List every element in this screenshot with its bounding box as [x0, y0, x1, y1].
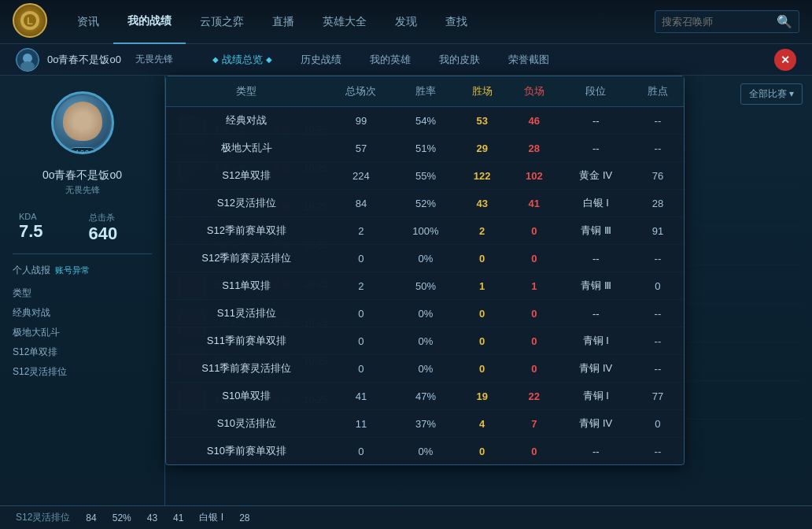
- personal-report-label: 个人战报: [13, 264, 50, 277]
- cell-losses: 7: [508, 410, 560, 438]
- bottom-wins: 43: [147, 512, 157, 523]
- kills-label: 总击杀: [89, 212, 146, 224]
- logo[interactable]: L: [13, 3, 50, 41]
- profile-name-tab: 0o青春不是饭o0: [47, 53, 121, 67]
- divider: [13, 253, 152, 254]
- table-row: S11灵活排位 0 0% 0 0 -- --: [166, 300, 684, 327]
- cell-type: S10单双排: [166, 383, 327, 410]
- top-nav: L 资讯 我的战绩 云顶之弈 直播 英雄大全 发现 查找 🔍: [0, 0, 812, 44]
- cell-total: 0: [327, 245, 396, 272]
- cell-rank: 白银 I: [560, 190, 632, 217]
- cell-type: S12季前赛单双排: [166, 217, 327, 245]
- cell-points: 28: [632, 190, 684, 217]
- cell-points: --: [632, 135, 684, 162]
- left-panel: 192 0o青春不是饭o0 无畏先锋 KDA 7.5 总击杀 640 个人战报 …: [0, 76, 165, 529]
- cell-type: 极地大乱斗: [166, 135, 327, 162]
- kda-stat: KDA 7.5: [19, 212, 76, 244]
- cell-type: S11季前赛单双排: [166, 327, 327, 355]
- tab-honor[interactable]: 荣誉截图: [496, 44, 562, 76]
- cell-rank: --: [560, 438, 632, 465]
- cell-type: S12季前赛灵活排位: [166, 245, 327, 272]
- table-row: 极地大乱斗 57 51% 29 28 -- --: [166, 135, 684, 162]
- table-row: S11单双排 2 50% 1 1 青铜 Ⅲ 0: [166, 272, 684, 300]
- kills-stat: 总击杀 640: [89, 212, 146, 244]
- table-row: S12灵活排位 84 52% 43 41 白银 I 28: [166, 190, 684, 217]
- cell-points: 77: [632, 383, 684, 410]
- nav-item-tft[interactable]: 云顶之弈: [186, 0, 258, 44]
- profile-rank-tab: 无畏先锋: [135, 53, 173, 66]
- type-list: 类型 经典对战 极地大乱斗 S12单双排 S12灵活排位: [13, 283, 152, 382]
- nav-search: 🔍: [655, 10, 799, 33]
- tab-skins[interactable]: 我的皮肤: [426, 44, 493, 76]
- cell-losses: 0: [508, 245, 560, 272]
- cell-rate: 100%: [395, 217, 456, 245]
- bottom-row: S12灵活排位 84 52% 43 41 白银 I 28: [0, 505, 812, 529]
- nav-item-news[interactable]: 资讯: [63, 0, 113, 44]
- search-input[interactable]: [662, 16, 772, 28]
- cell-wins: 1: [456, 272, 508, 300]
- cell-type: S11单双排: [166, 272, 327, 300]
- tabs-row: 0o青春不是饭o0 无畏先锋 战绩总览 历史战绩 我的英雄 我的皮肤 荣誉截图 …: [0, 44, 812, 76]
- cell-wins: 19: [456, 383, 508, 410]
- th-type: 类型: [166, 76, 327, 107]
- cell-rate: 51%: [395, 135, 456, 162]
- type-s12-solo[interactable]: S12单双排: [13, 342, 152, 362]
- filter-button[interactable]: 全部比赛 ▾: [740, 83, 803, 105]
- cell-wins: 0: [456, 355, 508, 383]
- th-losses: 负场: [508, 76, 560, 107]
- profile-avatar: 192: [51, 91, 114, 154]
- cell-rank: --: [560, 245, 632, 272]
- table-row: S12单双排 224 55% 122 102 黄金 IV 76: [166, 162, 684, 190]
- kills-value: 640: [89, 224, 146, 244]
- nav-item-find[interactable]: 查找: [431, 0, 482, 44]
- cell-wins: 29: [456, 135, 508, 162]
- cell-losses: 1: [508, 272, 560, 300]
- type-s12-flex[interactable]: S12灵活排位: [13, 362, 152, 382]
- nav-item-live[interactable]: 直播: [258, 0, 308, 44]
- table-row: S11季前赛单双排 0 0% 0 0 青铜 I --: [166, 327, 684, 355]
- cell-rank: 青铜 Ⅲ: [560, 272, 632, 300]
- cell-points: 0: [632, 410, 684, 438]
- cell-points: 0: [632, 272, 684, 300]
- nav-item-discover[interactable]: 发现: [381, 0, 431, 44]
- tab-overview[interactable]: 战绩总览: [200, 44, 285, 76]
- cell-rate: 0%: [395, 355, 456, 383]
- type-header: 类型: [13, 283, 152, 303]
- stats-row: KDA 7.5 总击杀 640: [13, 212, 152, 244]
- cell-rate: 55%: [395, 162, 456, 190]
- cell-losses: 0: [508, 355, 560, 383]
- cell-type: 经典对战: [166, 107, 327, 135]
- cell-rate: 37%: [395, 410, 456, 438]
- type-aram[interactable]: 极地大乱斗: [13, 323, 152, 342]
- account-diff-link[interactable]: 账号异常: [55, 264, 90, 276]
- tab-history[interactable]: 历史战绩: [288, 44, 354, 76]
- cell-type: S11季前赛灵活排位: [166, 355, 327, 383]
- cell-points: 76: [632, 162, 684, 190]
- tab-heroes[interactable]: 我的英雄: [357, 44, 423, 76]
- cell-rank: 青铜 I: [560, 383, 632, 410]
- cell-rank: 青铜 IV: [560, 355, 632, 383]
- cell-rank: --: [560, 135, 632, 162]
- cell-points: 91: [632, 217, 684, 245]
- cell-wins: 0: [456, 327, 508, 355]
- cell-wins: 0: [456, 300, 508, 327]
- cell-wins: 53: [456, 107, 508, 135]
- table-row: S10季前赛单双排 0 0% 0 0 -- --: [166, 438, 684, 465]
- cell-points: --: [632, 355, 684, 383]
- table-row: S10灵活排位 11 37% 4 7 青铜 IV 0: [166, 410, 684, 438]
- nav-item-heroes[interactable]: 英雄大全: [308, 0, 381, 44]
- search-icon[interactable]: 🔍: [777, 14, 792, 29]
- stats-table-overlay: 类型 总场次 胜率 胜场 负场 段位 胜点 经典对战 99 54% 53 46 …: [165, 76, 685, 465]
- cell-wins: 0: [456, 438, 508, 465]
- bottom-points: 28: [239, 512, 249, 523]
- nav-item-record[interactable]: 我的战绩: [113, 0, 186, 44]
- table-row: S10单双排 41 47% 19 22 青铜 I 77: [166, 383, 684, 410]
- bottom-type: S12灵活排位: [16, 511, 70, 524]
- close-button[interactable]: ✕: [774, 49, 796, 71]
- cell-rate: 47%: [395, 383, 456, 410]
- type-classic[interactable]: 经典对战: [13, 303, 152, 323]
- cell-total: 41: [327, 383, 396, 410]
- kda-label: KDA: [19, 212, 76, 221]
- table-row: 经典对战 99 54% 53 46 -- --: [166, 107, 684, 135]
- cell-total: 0: [327, 355, 396, 383]
